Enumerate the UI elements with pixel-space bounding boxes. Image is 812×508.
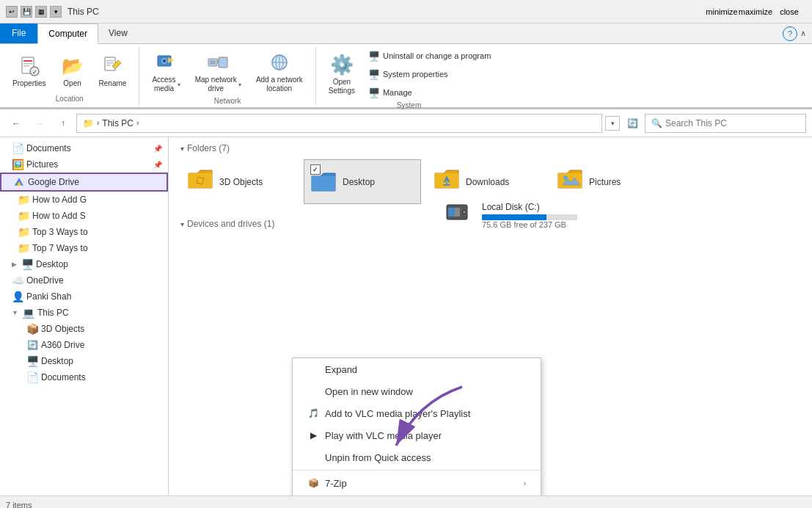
folder-icon-downloads — [434, 167, 460, 196]
sidebar-item-how-to-add-g[interactable]: 📁 How to Add G — [0, 192, 168, 208]
folder-item-desktop[interactable]: ✓ Desktop — [304, 159, 421, 204]
sidebar-item-onedrive[interactable]: ☁️ OneDrive — [0, 272, 168, 289]
status-item-count: 7 items — [6, 501, 32, 509]
system-properties-button[interactable]: 🖥️ System properties — [363, 65, 496, 83]
ctx-open-new-window[interactable]: Open in new window — [293, 380, 541, 402]
ctx-7zip[interactable]: 📦 7-Zip › — [293, 472, 541, 494]
expand-desktop: ▶ — [12, 261, 17, 268]
add-network-location-icon — [268, 51, 291, 74]
sidebar-item-3d-objects[interactable]: 📦 3D Objects — [0, 321, 168, 337]
ctx-unpin-icon — [307, 451, 319, 463]
address-bar[interactable]: 📁 › This PC › — [76, 114, 602, 133]
save-icon[interactable]: 💾 — [21, 6, 32, 18]
folders-chevron[interactable]: ▾ — [180, 145, 184, 153]
ctx-7zip-icon: 📦 — [307, 477, 319, 489]
add-network-label: Add a network location — [256, 76, 303, 93]
desktop-under-pc-icon: 🖥️ — [26, 355, 38, 367]
window-title: This PC — [67, 7, 705, 17]
search-input[interactable] — [665, 118, 800, 128]
ribbon-help-icon[interactable]: ? — [783, 26, 797, 41]
svg-point-12 — [163, 59, 166, 62]
system-properties-icon: 🖥️ — [368, 68, 380, 80]
ribbon-collapse-icon[interactable]: ∧ — [800, 29, 806, 38]
tab-view[interactable]: View — [98, 23, 138, 43]
address-dropdown-button[interactable]: ▾ — [605, 116, 620, 131]
status-bar: 7 items — [0, 496, 812, 508]
ctx-expand[interactable]: Expand — [293, 358, 541, 380]
sidebar-item-panki-shah[interactable]: 👤 Panki Shah — [0, 289, 168, 305]
address-folder-icon: 📁 — [83, 118, 94, 128]
open-settings-button[interactable]: ⚙️ Open Settings — [322, 49, 362, 99]
maximize-button[interactable]: maximize — [739, 0, 772, 23]
desktop-check-mark: ✓ — [310, 164, 321, 175]
access-media-icon — [155, 51, 178, 74]
ctx-play-vlc[interactable]: ▶ Play with VLC media player — [293, 424, 541, 446]
properties-label: Properties — [12, 79, 46, 88]
sidebar-item-pictures-pinned[interactable]: 🖼️ Pictures 📌 — [0, 156, 168, 173]
manage-button[interactable]: 🖥️ Manage — [363, 84, 496, 101]
ctx-add-vlc-label: Add to VLC media player's Playlist — [325, 408, 470, 419]
sidebar-item-this-pc[interactable]: ▼ 💻 This PC — [0, 305, 168, 321]
add-network-location-button[interactable]: Add a network location — [249, 47, 310, 97]
folder-item-pictures[interactable]: Pictures — [550, 159, 667, 204]
uninstall-label: Uninstall or change a program — [383, 51, 491, 60]
sidebar-item-desktop[interactable]: ▶ 🖥️ Desktop — [0, 256, 168, 272]
device-space: 75.6 GB free of 237 GB — [482, 220, 577, 229]
map-network-dropdown[interactable]: ▾ — [238, 81, 241, 88]
grid-icon[interactable]: ▦ — [35, 6, 47, 18]
open-button[interactable]: 📂 Open — [54, 51, 91, 92]
ctx-play-vlc-icon: ▶ — [307, 429, 319, 441]
ctx-crc-sha[interactable]: CRC SHA › — [293, 494, 541, 496]
ctx-expand-left: Expand — [307, 363, 357, 375]
ctx-add-vlc[interactable]: 🎵 Add to VLC media player's Playlist — [293, 402, 541, 424]
address-chevron: › — [97, 119, 99, 127]
disk-progress-fill — [482, 214, 546, 220]
devices-chevron[interactable]: ▾ — [180, 220, 184, 228]
forward-button[interactable]: → — [29, 113, 50, 134]
sidebar-item-google-drive[interactable]: Google Drive — [0, 173, 168, 192]
up-button[interactable]: ↑ — [53, 113, 73, 134]
sidebar-item-a360-drive[interactable]: 🔄 A360 Drive — [0, 337, 168, 353]
minimize-button[interactable]: minimize — [705, 0, 739, 23]
svg-rect-16 — [219, 57, 227, 68]
tab-computer[interactable]: Computer — [37, 23, 98, 44]
sidebar-item-top-3-ways[interactable]: 📁 Top 3 Ways to — [0, 224, 168, 240]
sidebar-label-panki-shah: Panki Shah — [26, 291, 71, 302]
svg-text:✓: ✓ — [32, 69, 37, 76]
dropdown-icon[interactable]: ▾ — [50, 6, 62, 18]
a360-icon: 🔄 — [26, 339, 38, 351]
sidebar-item-top-7-ways[interactable]: 📁 Top 7 Ways to — [0, 240, 168, 256]
ctx-7zip-chevron: › — [524, 479, 526, 487]
network-buttons: Access media ▾ Map network drive ▾ — [145, 47, 309, 97]
access-media-dropdown[interactable]: ▾ — [178, 81, 180, 88]
folder-item-3d-objects[interactable]: 3D Objects — [180, 159, 298, 204]
sidebar-item-desktop-under-pc[interactable]: 🖥️ Desktop — [0, 353, 168, 369]
sidebar-label-this-pc: This PC — [37, 308, 69, 318]
sidebar-item-documents-pinned[interactable]: 📄 Documents 📌 — [0, 140, 168, 156]
desktop-folder-container: ✓ — [310, 164, 337, 199]
svg-rect-15 — [210, 60, 216, 65]
sidebar-label-top-3-ways: Top 3 Ways to — [32, 227, 88, 237]
ctx-unpin[interactable]: Unpin from Quick access — [293, 446, 541, 468]
svg-rect-3 — [23, 65, 29, 67]
folders-section-label: Folders (7) — [187, 143, 230, 153]
rename-button[interactable]: Rename — [92, 51, 133, 92]
quick-access-icon[interactable]: ↩ — [6, 6, 18, 18]
sidebar-item-how-to-add-s[interactable]: 📁 How to Add S — [0, 208, 168, 224]
tab-file[interactable]: File — [0, 23, 37, 43]
sidebar-label-onedrive: OneDrive — [26, 275, 64, 286]
search-icon: 🔍 — [651, 118, 662, 128]
sidebar-item-documents-under-pc[interactable]: 📄 Documents — [0, 369, 168, 385]
folder-label-3d: 3D Objects — [219, 177, 263, 187]
refresh-button[interactable]: 🔄 — [623, 114, 642, 133]
ctx-open-label: Open in new window — [325, 386, 413, 397]
uninstall-program-button[interactable]: 🖥️ Uninstall or change a program — [363, 47, 496, 65]
sidebar-label-google-drive: Google Drive — [28, 177, 79, 187]
open-label: Open — [63, 79, 81, 88]
close-button[interactable]: close — [772, 0, 806, 23]
properties-button[interactable]: ✓ Properties — [6, 51, 53, 92]
map-network-drive-button[interactable]: Map network drive ▾ — [189, 47, 248, 97]
access-media-button[interactable]: Access media ▾ — [145, 47, 186, 97]
back-button[interactable]: ← — [6, 113, 26, 134]
open-settings-label: Open Settings — [329, 78, 355, 95]
